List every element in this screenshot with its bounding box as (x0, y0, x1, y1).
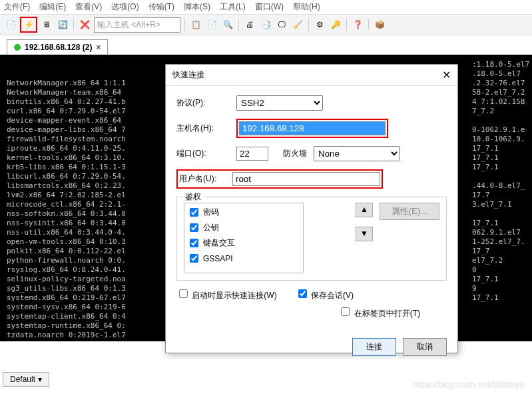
find-icon[interactable]: 🔍 (221, 18, 234, 31)
menu-script[interactable]: 脚本(S) (184, 1, 210, 13)
print-icon[interactable]: 🖨 (243, 18, 256, 31)
tab-close-icon[interactable]: × (96, 43, 101, 52)
firewall-label: 防火墙 (283, 148, 307, 159)
reconnect-icon[interactable]: 🔄 (56, 18, 69, 31)
menu-edit[interactable]: 编辑(E) (39, 1, 66, 13)
terminal-text-right: :1.18.0-5.el7 .18.0-5.el7 .2.32-76.el7 5… (472, 60, 529, 303)
separator (73, 19, 74, 31)
log-icon[interactable]: 📑 (259, 18, 272, 31)
separator (308, 19, 309, 31)
help-icon[interactable]: ❓ (351, 18, 364, 31)
quick-connect-icon[interactable]: ⚡ (22, 18, 35, 31)
key-icon[interactable]: 🔑 (329, 18, 342, 31)
watermark: https://blog.csdn.net/bibiboyx (412, 379, 524, 389)
menu-help[interactable]: 帮助(H) (293, 1, 320, 13)
auth-keyboard[interactable]: 键盘交互 (187, 237, 300, 249)
username-input[interactable] (232, 172, 380, 186)
status-bar: Default ▾ (3, 372, 49, 387)
chevron-down-icon: ▾ (38, 375, 42, 384)
firewall-select[interactable]: None (314, 146, 400, 161)
separator (346, 19, 347, 31)
highlight-hostname (236, 119, 388, 138)
session-tab[interactable]: 192.168.68.128 (2) × (7, 39, 108, 55)
port-input[interactable] (236, 147, 268, 161)
clear-icon[interactable]: 🧹 (291, 18, 304, 31)
session-selector-label: Default (10, 375, 35, 384)
menu-options[interactable]: 选项(O) (111, 1, 138, 13)
dialog-title: 快速连接 (172, 69, 204, 81)
terminal-text-left: NetworkManager.x86_64 1:1.1 NetworkManag… (7, 79, 126, 339)
screen-icon[interactable]: 🖵 (275, 18, 288, 31)
menu-window[interactable]: 窗口(W) (255, 1, 284, 13)
open-in-tab-checkbox[interactable]: 在标签页中打开(T) (338, 305, 420, 319)
menu-bar: 文件(F) 编辑(E) 查看(V) 选项(O) 传输(T) 脚本(S) 工具(L… (0, 0, 532, 15)
show-quick-checkbox[interactable]: 启动时显示快速连接(W) (176, 287, 277, 301)
new-session-icon[interactable]: 📄 (4, 18, 17, 31)
sessions-icon[interactable]: 🖥 (40, 18, 53, 31)
paste-icon[interactable]: 📄 (205, 18, 218, 31)
separator (184, 19, 185, 31)
auth-legend: 鉴权 (182, 191, 204, 203)
auth-list[interactable]: 密码 公钥 键盘交互 GSSAPI (184, 203, 304, 273)
separator (368, 19, 369, 31)
properties-button[interactable]: 属性(E)... (380, 203, 439, 220)
auth-password[interactable]: 密码 (187, 206, 300, 219)
connect-button[interactable]: 连接 (352, 338, 396, 356)
auth-gssapi[interactable]: GSSAPI (187, 252, 300, 265)
move-up-button[interactable]: ▲ (356, 203, 373, 217)
menu-file[interactable]: 文件(F) (4, 1, 30, 13)
highlight-username: 用户名(U): (176, 169, 383, 189)
session-selector[interactable]: Default ▾ (3, 372, 49, 387)
transfer-icon[interactable]: 📦 (373, 18, 386, 31)
menu-tools[interactable]: 工具(L) (220, 1, 246, 13)
move-down-button[interactable]: ▼ (356, 227, 373, 241)
menu-transfer[interactable]: 传输(T) (148, 1, 174, 13)
auth-fieldset: 鉴权 密码 公钥 键盘交互 GSSAPI ▲ 属性(E)... ▼ (176, 197, 447, 281)
tab-bar: 192.168.68.128 (2) × (0, 35, 532, 55)
toolbar: 📄 ⚡ 🖥 🔄 ❌ 输入主机 <Alt+R> 📋 📄 🔍 🖨 📑 🖵 🧹 ⚙ 🔑… (0, 15, 532, 35)
username-label: 用户名(U): (179, 173, 227, 185)
save-session-checkbox[interactable]: 保存会话(V) (296, 287, 354, 301)
protocol-label: 协议(P): (176, 97, 230, 109)
quick-connect-dialog: 快速连接 ✕ 协议(P): SSH2 主机名(H): 端口(O): 防火墙 No… (165, 64, 458, 353)
cancel-button[interactable]: 取消 (403, 338, 447, 356)
separator (238, 19, 239, 31)
disconnect-icon[interactable]: ❌ (78, 18, 91, 31)
tab-title: 192.168.68.128 (2) (25, 43, 92, 52)
host-quick-input[interactable]: 输入主机 <Alt+R> (94, 17, 180, 33)
protocol-select[interactable]: SSH2 (236, 95, 323, 111)
highlight-quick-connect: ⚡ (20, 17, 37, 33)
hostname-label: 主机名(H): (176, 123, 230, 134)
menu-view[interactable]: 查看(V) (75, 1, 102, 13)
dialog-titlebar: 快速连接 ✕ (166, 65, 457, 86)
copy-icon[interactable]: 📋 (189, 18, 202, 31)
status-dot-icon (14, 44, 21, 51)
hostname-input[interactable] (239, 121, 386, 135)
auth-publickey[interactable]: 公钥 (187, 221, 300, 234)
port-label: 端口(O): (176, 148, 230, 159)
settings-icon[interactable]: ⚙ (313, 18, 326, 31)
close-icon[interactable]: ✕ (442, 69, 451, 81)
